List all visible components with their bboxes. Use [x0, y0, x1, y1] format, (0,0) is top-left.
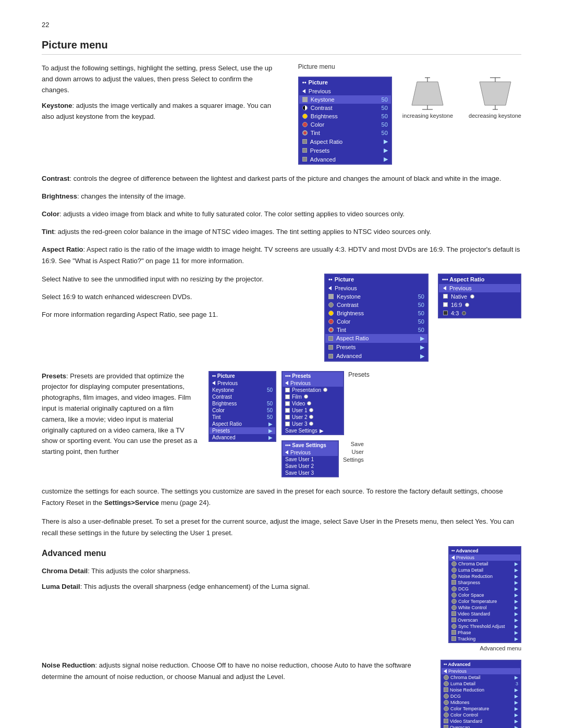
user-preset-text: There is also a user-definable preset. T… [42, 516, 521, 539]
picture-menu-screenshot: •• Picture Previous Keystone 50 Contrast… [298, 77, 392, 165]
item-arrow: ▶ [515, 675, 518, 680]
item-value: 3 [516, 681, 518, 686]
presets-section: Presets: Presets are provided that optim… [42, 371, 521, 477]
brightness-icon [302, 114, 308, 119]
item-arrow: ▶ [515, 567, 518, 573]
presets-caption: Presets [348, 371, 370, 378]
menu-name: Picture [335, 276, 354, 282]
item-label: Contrast [212, 394, 273, 400]
decreasing-keystone-label: decreasing keystone [469, 113, 521, 119]
increasing-keystone-svg [409, 77, 446, 110]
menu-item: Sync Threshold Adjust ▶ [449, 623, 520, 630]
item-label: Presets [212, 428, 266, 434]
item-label: Previous [448, 669, 518, 674]
menu-item: Luma Detail 3 [442, 681, 520, 687]
item-label: Save User 3 [285, 470, 314, 476]
menu-item: Tint 50 [325, 326, 427, 334]
icon [451, 618, 456, 622]
menu-item: Color 50 [325, 317, 427, 326]
popup-item-save: Save Settings ▶ [283, 427, 343, 434]
item-arrow: ▶ [268, 428, 273, 434]
item-label: Contrast [311, 105, 378, 111]
menu-item-previous: Previous [299, 87, 391, 95]
item-value: 50 [418, 318, 424, 325]
item-value: 50 [267, 414, 273, 420]
aspect-icon [328, 336, 333, 341]
aspect-icon [302, 139, 307, 144]
menu-item: Contrast 50 [325, 301, 427, 309]
popup-item: User 3 [283, 421, 343, 427]
item-arrow: ▶ [515, 636, 518, 641]
menu-item: Previous [442, 668, 520, 674]
menu-item: Contrast [210, 393, 275, 400]
menu-title: •• Picture [210, 372, 275, 380]
item-label: User 2 [292, 414, 307, 420]
item-value: 50 [382, 105, 388, 111]
menu-item: Presets ▶ [325, 343, 427, 352]
menu-item: Noise Reduction ▶ [449, 573, 520, 579]
intro-text: To adjust the following settings, highli… [42, 63, 277, 95]
menu-item: Chroma Detail ▶ [449, 561, 520, 567]
radio-icon [470, 294, 474, 299]
item-label: Presets [310, 147, 381, 154]
icon [444, 687, 448, 692]
icon [451, 630, 456, 635]
brightness-icon [328, 311, 334, 316]
menu-title: •• Picture [325, 275, 427, 284]
middle-text: Select Native to see the unmodified inpu… [42, 274, 309, 362]
save-item: Save User 2 [283, 463, 338, 470]
checkbox-icon [443, 294, 448, 299]
presets-popup-row: ••• Presets Previous Presentation Film [282, 371, 370, 435]
save-settings-popup: ••• Save Settings Previous Save User 1 S… [282, 440, 339, 477]
item-arrow: ▶ [515, 725, 518, 728]
menu-item: Overscan ▶ [442, 724, 520, 728]
item-arrow: ▶ [515, 719, 518, 724]
radio-filled-icon [462, 311, 466, 315]
icon [444, 725, 448, 728]
menu-item: Aspect Ratio ▶ [210, 421, 275, 427]
item-label: Color [212, 408, 265, 413]
item-label: Noise Reduction [450, 687, 513, 693]
item-label: Overscan [450, 725, 513, 728]
color-desc: Color: adjusts a video image from black … [42, 208, 521, 220]
item-label: Advanced [336, 353, 417, 359]
menu-caption: Picture menu [298, 63, 335, 70]
icon [451, 593, 457, 598]
item-arrow: ▶ [320, 428, 324, 434]
item-label: 16:9 [451, 302, 462, 308]
item-label: Save User 1 [285, 456, 314, 462]
menu-item: Tint 50 [210, 414, 275, 421]
radio-icon [465, 303, 469, 307]
keystone-diagrams: increasing keystone decreasing keystone [402, 77, 521, 119]
arrow-icon [444, 669, 447, 673]
menu-with-popup: •• Picture Previous Keystone 50 Contrast… [324, 274, 521, 362]
item-label: Previous [449, 285, 472, 291]
item-label: Color [311, 121, 378, 128]
advanced-menu-box1: •• Advanced Previous Chroma Detail ▶ Lum… [448, 546, 521, 643]
item-arrow: ▶ [384, 156, 388, 163]
keystone-icon [302, 97, 308, 102]
icon [444, 681, 449, 686]
menu-title: •• Picture [299, 78, 391, 87]
item-label: User 3 [292, 421, 307, 427]
menu-item: Luma Detail ▶ [449, 567, 520, 573]
item-label: Overscan [458, 618, 513, 623]
item-label: Luma Detail [458, 567, 513, 573]
middle-section: Select Native to see the unmodified inpu… [42, 274, 521, 362]
menu-item: Advanced ▶ [210, 434, 275, 441]
item-arrow: ▶ [515, 586, 518, 591]
menu-item-tint: Tint 50 [299, 129, 391, 137]
item-label: Color [337, 318, 415, 325]
item-label: Brightness [311, 113, 378, 119]
item-label: Native [451, 293, 467, 300]
item-label: DCG [458, 586, 513, 591]
aspect-ratio-popup: ••• Aspect Ratio Previous Native 16:9 4:… [438, 274, 521, 318]
svg-marker-0 [412, 82, 443, 105]
advanced-menu-caption: Advanced menu [480, 645, 522, 651]
item-label: Tint [337, 327, 415, 333]
item-label: Chroma Detail [450, 675, 513, 680]
item-arrow: ▶ [515, 712, 518, 718]
menu-title: •• Advanced [442, 661, 520, 668]
menu-item: Brightness 50 [210, 400, 275, 407]
contrast-icon [302, 105, 308, 110]
